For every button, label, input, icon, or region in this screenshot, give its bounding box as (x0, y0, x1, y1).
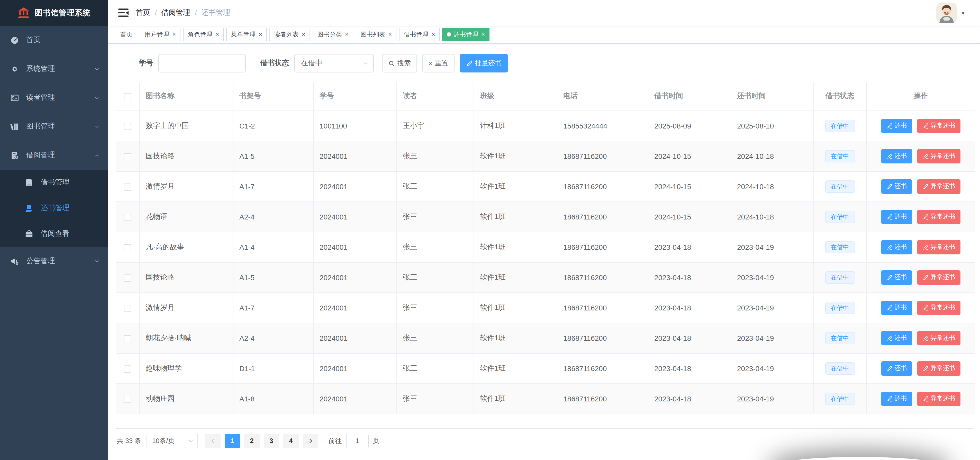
sidebar-item-notice[interactable]: 公告管理 (0, 247, 108, 276)
tab-close-icon[interactable]: × (345, 31, 348, 38)
table-cell: 激情岁月 (139, 171, 233, 201)
abnormal-return-button[interactable]: 异常还书 (917, 209, 961, 224)
tab-close-icon[interactable]: × (481, 31, 485, 38)
page-size-select[interactable]: 10条/页 (146, 433, 198, 448)
return-book-button[interactable]: 还书 (881, 300, 912, 315)
table-cell: 2023-04-18 (648, 262, 731, 292)
batch-return-button[interactable]: 批量还书 (460, 54, 508, 73)
abnormal-return-button[interactable]: 异常还书 (917, 149, 961, 163)
row-checkbox[interactable] (124, 244, 131, 251)
table-cell: 18687116200 (557, 323, 648, 353)
borrow-status-value: 在借中 (301, 59, 322, 68)
student-id-input[interactable] (158, 54, 246, 73)
return-book-button[interactable]: 还书 (881, 361, 912, 376)
tab-5[interactable]: 图书分类× (313, 28, 353, 41)
tab-2[interactable]: 角色管理× (183, 28, 224, 41)
sidebar-item-label: 公告管理 (26, 257, 94, 266)
user-avatar[interactable] (936, 3, 957, 23)
sidebar-item-home[interactable]: 首页 (0, 26, 108, 54)
pen-icon (923, 274, 929, 280)
row-checkbox[interactable] (124, 122, 131, 130)
row-checkbox[interactable] (124, 395, 131, 403)
tab-close-icon[interactable]: × (388, 31, 392, 38)
page-button-3[interactable]: 3 (264, 433, 279, 448)
row-checkbox[interactable] (124, 274, 131, 281)
sidebar-item-borrow-view[interactable]: 借阅查看 (0, 221, 108, 247)
table-cell: 2023-04-18 (648, 232, 731, 262)
book-icon (25, 178, 33, 187)
return-book-button[interactable]: 还书 (881, 392, 912, 406)
row-checkbox[interactable] (124, 153, 131, 160)
tab-6[interactable]: 图书列表× (356, 28, 396, 41)
return-book-button[interactable]: 还书 (881, 270, 912, 284)
chevron-down-icon (94, 258, 100, 264)
sidebar-item-return-manage[interactable]: 还书管理 (0, 195, 108, 221)
table-cell: 2024-10-18 (731, 141, 813, 171)
abnormal-return-button[interactable]: 异常还书 (917, 179, 961, 194)
goto-page-input[interactable] (346, 433, 368, 448)
tab-label: 还书管理 (453, 30, 478, 39)
row-checkbox[interactable] (124, 305, 131, 312)
sidebar-item-borrow[interactable]: 借阅管理 (0, 141, 108, 170)
sidebar-submenu: 借书管理还书管理借阅查看 (0, 170, 108, 247)
table-cell: 2023-04-19 (731, 292, 813, 323)
borrow-doc-icon (10, 151, 19, 160)
tab-3[interactable]: 菜单管理× (226, 28, 267, 41)
abnormal-return-button[interactable]: 异常还书 (917, 119, 961, 133)
tab-close-icon[interactable]: × (172, 31, 176, 38)
abnormal-return-button[interactable]: 异常还书 (917, 240, 961, 254)
abnormal-return-button[interactable]: 异常还书 (917, 270, 961, 284)
sidebar-item-system[interactable]: 系统管理 (0, 54, 108, 83)
sidebar-item-book[interactable]: 图书管理 (0, 112, 108, 141)
return-book-button[interactable]: 还书 (881, 331, 912, 345)
breadcrumb-item[interactable]: 首页 (136, 8, 150, 17)
return-book-button[interactable]: 还书 (881, 179, 912, 194)
prev-page-button[interactable] (205, 433, 220, 448)
page-button-4[interactable]: 4 (283, 433, 299, 448)
row-checkbox[interactable] (124, 335, 131, 342)
table-cell: 2023-04-19 (731, 384, 813, 414)
return-book-button[interactable]: 还书 (881, 209, 912, 224)
avatar-dropdown-caret-icon[interactable]: ▼ (961, 10, 966, 16)
borrow-status-select[interactable]: 在借中 (294, 54, 374, 73)
select-all-checkbox[interactable] (124, 93, 131, 100)
tab-close-icon[interactable]: × (259, 31, 262, 38)
abnormal-return-button[interactable]: 异常还书 (917, 361, 961, 376)
tab-0[interactable]: 首页 (116, 28, 137, 41)
table-cell: 2023-04-19 (731, 232, 813, 262)
table-row: 激情岁月A1-72024001张三软件1班186871162002023-04-… (116, 292, 975, 323)
abnormal-return-button[interactable]: 异常还书 (917, 392, 961, 406)
search-button[interactable]: 搜索 (382, 54, 417, 73)
tab-close-icon[interactable]: × (431, 31, 435, 38)
next-page-button[interactable] (302, 433, 318, 448)
page-button-1[interactable]: 1 (224, 433, 240, 448)
sidebar-item-borrow-manage[interactable]: 借书管理 (0, 170, 108, 195)
table-cell: 2023-04-18 (648, 323, 731, 353)
tab-7[interactable]: 借书管理× (399, 28, 440, 41)
return-book-button[interactable]: 还书 (881, 149, 912, 163)
tab-4[interactable]: 读者列表× (269, 28, 310, 41)
status-badge: 在借中 (825, 332, 855, 344)
page-button-2[interactable]: 2 (244, 433, 259, 448)
tab-8[interactable]: 还书管理× (442, 28, 490, 41)
tab-close-icon[interactable]: × (215, 31, 219, 38)
reset-button[interactable]: × 重置 (422, 54, 454, 73)
breadcrumb-item[interactable]: 借阅管理 (161, 8, 190, 17)
table-cell: 花物语 (139, 201, 233, 232)
tab-label: 图书列表 (360, 30, 385, 39)
return-book-button[interactable]: 还书 (881, 240, 912, 254)
tab-close-icon[interactable]: × (302, 31, 305, 38)
sidebar-item-reader[interactable]: 读者管理 (0, 83, 108, 112)
pen-icon (886, 214, 892, 220)
abnormal-return-button[interactable]: 异常还书 (917, 300, 961, 315)
row-checkbox[interactable] (124, 214, 131, 221)
tab-1[interactable]: 用户管理× (140, 28, 180, 41)
hamburger-icon[interactable] (118, 8, 129, 17)
row-checkbox[interactable] (124, 365, 131, 372)
row-checkbox[interactable] (124, 183, 131, 190)
table-cell: 2024001 (313, 171, 396, 201)
table-cell: 软件1班 (474, 262, 557, 292)
return-book-button[interactable]: 还书 (881, 119, 912, 133)
abnormal-return-button[interactable]: 异常还书 (917, 331, 961, 345)
active-tab-dot (447, 32, 451, 36)
